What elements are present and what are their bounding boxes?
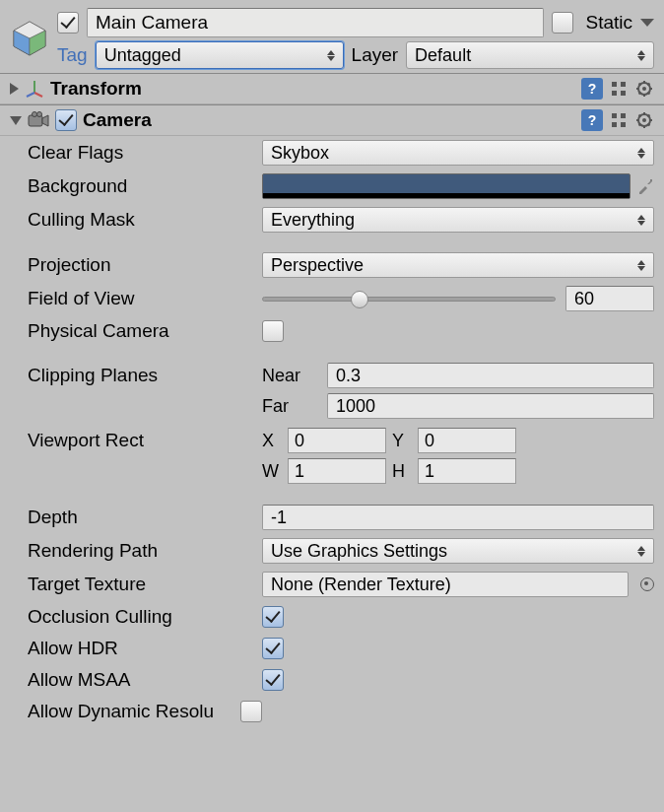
allow-hdr-checkbox[interactable]	[262, 638, 284, 659]
static-dropdown-arrow[interactable]	[640, 19, 654, 27]
layer-value: Default	[415, 45, 471, 66]
w-label: W	[262, 461, 282, 482]
background-color-field[interactable]	[262, 173, 631, 199]
occlusion-culling-checkbox[interactable]	[262, 606, 284, 628]
clear-flags-dropdown[interactable]: Skybox	[262, 140, 654, 166]
background-label: Background	[28, 175, 262, 197]
viewport-x-input[interactable]	[288, 428, 386, 453]
camera-icon	[28, 111, 49, 129]
svg-rect-19	[612, 122, 617, 127]
rendering-path-dropdown[interactable]: Use Graphics Settings	[262, 538, 654, 564]
rendering-path-label: Rendering Path	[28, 540, 262, 562]
transform-component-header[interactable]: Transform ?	[0, 73, 664, 104]
viewport-rect-label: Viewport Rect	[28, 430, 262, 451]
tag-label: Tag	[57, 44, 88, 66]
svg-rect-10	[621, 91, 626, 96]
allow-hdr-label: Allow HDR	[28, 638, 262, 659]
allow-msaa-checkbox[interactable]	[262, 669, 284, 691]
projection-value: Perspective	[271, 255, 364, 276]
svg-rect-20	[621, 122, 626, 127]
enabled-checkbox[interactable]	[57, 12, 79, 34]
culling-mask-dropdown[interactable]: Everything	[262, 207, 654, 233]
eyedropper-icon[interactable]	[636, 177, 654, 195]
clear-flags-label: Clear Flags	[28, 142, 262, 164]
layer-label: Layer	[352, 44, 399, 66]
y-label: Y	[392, 431, 412, 451]
far-input[interactable]	[327, 393, 654, 419]
svg-rect-17	[612, 113, 617, 118]
rendering-path-value: Use Graphics Settings	[271, 541, 447, 562]
svg-point-16	[37, 112, 42, 117]
svg-rect-8	[621, 82, 626, 87]
transform-title: Transform	[50, 78, 575, 100]
allow-dynamic-resolu-label: Allow Dynamic Resolu	[28, 701, 240, 722]
culling-mask-value: Everything	[271, 210, 355, 231]
gameobject-cube-icon	[10, 19, 49, 58]
physical-camera-checkbox[interactable]	[262, 320, 284, 342]
far-label: Far	[262, 396, 321, 417]
projection-label: Projection	[28, 254, 262, 276]
tag-dropdown[interactable]: Untagged	[96, 41, 344, 69]
allow-msaa-label: Allow MSAA	[28, 669, 262, 691]
camera-title: Camera	[83, 109, 575, 131]
allow-dynamic-resolu-checkbox[interactable]	[240, 701, 262, 722]
gameobject-name-input[interactable]	[87, 8, 544, 37]
svg-rect-7	[612, 82, 617, 87]
target-texture-value: None (Render Texture)	[271, 575, 451, 595]
camera-foldout-icon[interactable]	[10, 116, 22, 125]
viewport-h-input[interactable]	[418, 458, 516, 484]
svg-point-12	[642, 87, 646, 91]
target-texture-label: Target Texture	[28, 574, 262, 595]
fov-input[interactable]	[565, 286, 654, 311]
svg-marker-14	[42, 115, 48, 126]
camera-gear-icon[interactable]	[634, 110, 654, 130]
svg-point-15	[33, 112, 37, 117]
transform-foldout-icon[interactable]	[10, 83, 19, 95]
camera-help-button[interactable]: ?	[581, 109, 603, 131]
tag-value: Untagged	[104, 45, 181, 66]
fov-slider-thumb[interactable]	[351, 291, 368, 308]
near-input[interactable]	[327, 363, 654, 388]
svg-rect-18	[621, 113, 626, 118]
culling-mask-label: Culling Mask	[28, 209, 262, 231]
fov-slider[interactable]	[262, 297, 556, 302]
target-texture-field[interactable]: None (Render Texture)	[262, 572, 629, 597]
static-label: Static	[585, 12, 632, 34]
svg-line-6	[27, 93, 34, 97]
clipping-planes-label: Clipping Planes	[28, 365, 262, 386]
projection-dropdown[interactable]: Perspective	[262, 252, 654, 278]
svg-point-22	[642, 118, 646, 122]
transform-gear-icon[interactable]	[634, 79, 654, 99]
near-label: Near	[262, 366, 321, 386]
camera-component-header[interactable]: Camera ?	[0, 104, 664, 136]
h-label: H	[392, 461, 412, 482]
svg-rect-9	[612, 91, 617, 96]
camera-enabled-checkbox[interactable]	[55, 109, 77, 131]
transform-axes-icon	[25, 79, 44, 99]
svg-line-5	[34, 93, 42, 97]
physical-camera-label: Physical Camera	[28, 320, 262, 342]
static-checkbox[interactable]	[552, 12, 573, 34]
layer-dropdown[interactable]: Default	[406, 41, 654, 69]
viewport-y-input[interactable]	[418, 428, 516, 453]
depth-input[interactable]	[262, 505, 654, 530]
x-label: X	[262, 431, 282, 451]
depth-label: Depth	[28, 507, 262, 528]
occlusion-culling-label: Occlusion Culling	[28, 606, 262, 628]
camera-preset-icon[interactable]	[609, 110, 629, 130]
target-texture-picker-icon[interactable]	[640, 577, 654, 591]
transform-help-button[interactable]: ?	[581, 78, 603, 100]
fov-label: Field of View	[28, 288, 262, 309]
transform-preset-icon[interactable]	[609, 79, 629, 99]
viewport-w-input[interactable]	[288, 458, 386, 484]
clear-flags-value: Skybox	[271, 143, 329, 164]
